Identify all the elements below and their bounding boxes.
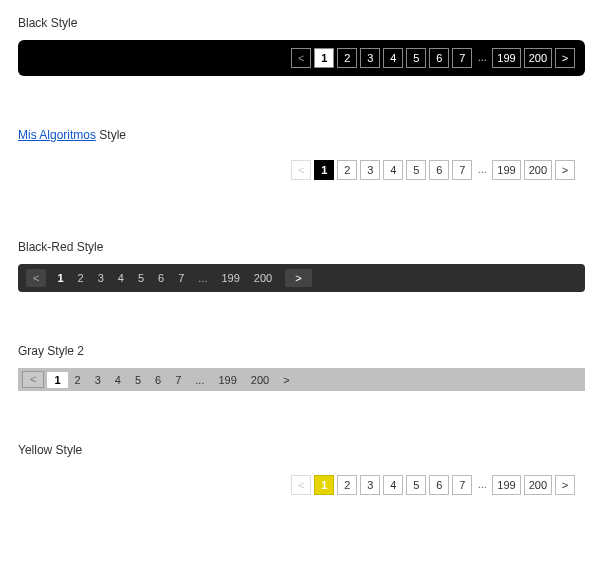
- page-link[interactable]: 6: [151, 269, 171, 287]
- page-link[interactable]: 3: [360, 160, 380, 180]
- prev-button: <: [291, 160, 311, 180]
- page-link[interactable]: 199: [492, 48, 520, 68]
- page-link[interactable]: 6: [429, 475, 449, 495]
- pager: <1234567...199200>: [291, 160, 575, 180]
- page-link[interactable]: 199: [211, 372, 243, 388]
- page-current: 1: [314, 160, 334, 180]
- page-link[interactable]: 2: [71, 269, 91, 287]
- prev-button: <: [291, 48, 311, 68]
- ellipsis: ...: [475, 160, 489, 180]
- pager: <1234567...199200>: [26, 269, 312, 287]
- page-link[interactable]: 7: [452, 160, 472, 180]
- style-title-link[interactable]: Mis Algoritmos: [18, 128, 96, 142]
- pager: <1234567...199200>: [22, 371, 297, 388]
- page-link[interactable]: 6: [148, 372, 168, 388]
- page-link[interactable]: 200: [247, 269, 279, 287]
- page-link[interactable]: 7: [452, 475, 472, 495]
- page-link[interactable]: 4: [383, 160, 403, 180]
- page-link[interactable]: 200: [524, 48, 552, 68]
- page-link[interactable]: 6: [429, 48, 449, 68]
- style-title: Mis Algoritmos Style: [18, 128, 585, 142]
- pagination-style-mis: Mis Algoritmos Style<1234567...199200>: [18, 128, 585, 188]
- next-button[interactable]: >: [555, 48, 575, 68]
- page-link[interactable]: 7: [168, 372, 188, 388]
- page-current: 1: [47, 372, 67, 388]
- prev-button: <: [26, 269, 46, 287]
- pagination-style-yellow: Yellow Style<1234567...199200>: [18, 443, 585, 503]
- ellipsis: ...: [475, 475, 489, 495]
- pagination-bar: <1234567...199200>: [18, 152, 585, 188]
- pagination-bar: <1234567...199200>: [18, 264, 585, 292]
- page-link[interactable]: 4: [383, 48, 403, 68]
- page-link[interactable]: 200: [524, 475, 552, 495]
- style-title-text: Gray Style 2: [18, 344, 84, 358]
- next-button[interactable]: >: [276, 372, 296, 388]
- page-link[interactable]: 3: [91, 269, 111, 287]
- page-link[interactable]: 2: [337, 475, 357, 495]
- style-title-text: Black-Red Style: [18, 240, 103, 254]
- pagination-bar: <1234567...199200>: [18, 40, 585, 76]
- pagination-style-gray2: Gray Style 2<1234567...199200>: [18, 344, 585, 391]
- pager: <1234567...199200>: [291, 48, 575, 68]
- pagination-style-darkred: Black-Red Style<1234567...199200>: [18, 240, 585, 292]
- ellipsis: ...: [188, 372, 211, 388]
- page-current: 1: [314, 475, 334, 495]
- page-link[interactable]: 199: [214, 269, 246, 287]
- page-link[interactable]: 4: [111, 269, 131, 287]
- page-link[interactable]: 3: [360, 48, 380, 68]
- page-link[interactable]: 6: [429, 160, 449, 180]
- prev-button: <: [22, 371, 44, 388]
- style-title: Yellow Style: [18, 443, 585, 457]
- next-button[interactable]: >: [555, 160, 575, 180]
- page-link[interactable]: 3: [360, 475, 380, 495]
- ellipsis: ...: [191, 269, 214, 287]
- pagination-bar: <1234567...199200>: [18, 368, 585, 391]
- prev-button: <: [291, 475, 311, 495]
- style-title: Gray Style 2: [18, 344, 585, 358]
- page-link[interactable]: 4: [108, 372, 128, 388]
- page-link[interactable]: 5: [406, 160, 426, 180]
- page-current: 1: [314, 48, 334, 68]
- page-link[interactable]: 5: [131, 269, 151, 287]
- style-title: Black-Red Style: [18, 240, 585, 254]
- page-link[interactable]: 199: [492, 160, 520, 180]
- pager: <1234567...199200>: [291, 475, 575, 495]
- page-link[interactable]: 5: [128, 372, 148, 388]
- ellipsis: ...: [475, 48, 489, 68]
- page-link[interactable]: 2: [68, 372, 88, 388]
- next-button[interactable]: >: [285, 269, 311, 287]
- page-link[interactable]: 200: [244, 372, 276, 388]
- page-link[interactable]: 200: [524, 160, 552, 180]
- style-title-text: Black Style: [18, 16, 77, 30]
- page-link[interactable]: 7: [171, 269, 191, 287]
- page-link[interactable]: 2: [337, 48, 357, 68]
- style-title-text: Style: [96, 128, 126, 142]
- style-title-text: Yellow Style: [18, 443, 82, 457]
- page-link[interactable]: 5: [406, 48, 426, 68]
- page-link[interactable]: 2: [337, 160, 357, 180]
- page-link[interactable]: 7: [452, 48, 472, 68]
- next-button[interactable]: >: [555, 475, 575, 495]
- style-title: Black Style: [18, 16, 585, 30]
- page-current: 1: [50, 269, 70, 287]
- pagination-style-black: Black Style<1234567...199200>: [18, 16, 585, 76]
- page-link[interactable]: 3: [88, 372, 108, 388]
- page-link[interactable]: 199: [492, 475, 520, 495]
- pagination-bar: <1234567...199200>: [18, 467, 585, 503]
- page-link[interactable]: 5: [406, 475, 426, 495]
- page-link[interactable]: 4: [383, 475, 403, 495]
